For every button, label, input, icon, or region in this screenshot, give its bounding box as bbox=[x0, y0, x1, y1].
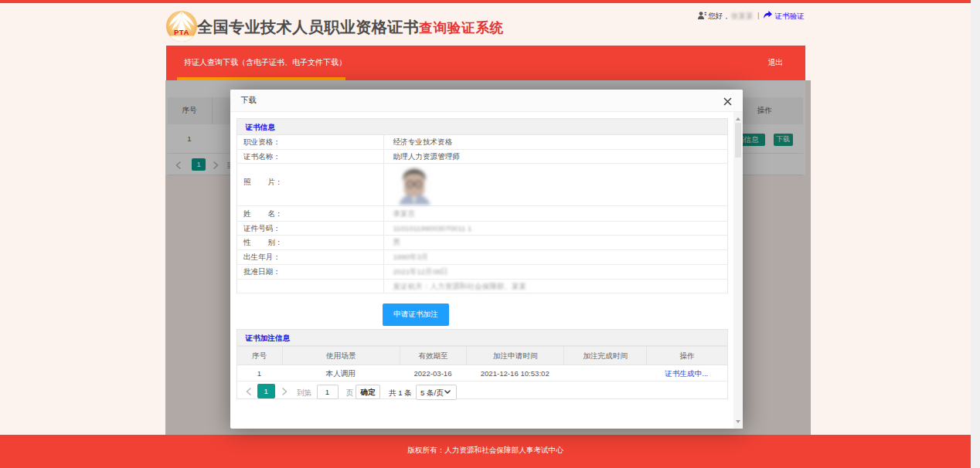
svg-text:PTA: PTA bbox=[173, 28, 189, 36]
